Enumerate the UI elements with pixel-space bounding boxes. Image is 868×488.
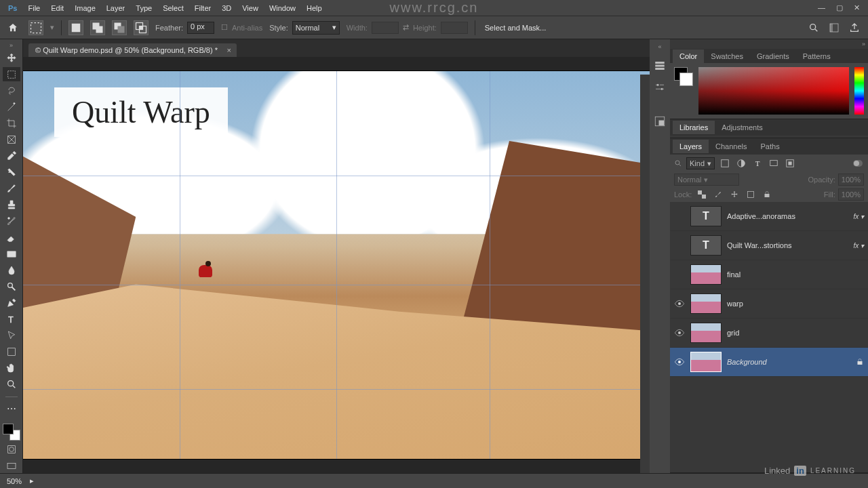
zoom-tool[interactable] — [3, 378, 20, 392]
tab-channels[interactable]: Channels — [709, 140, 753, 153]
layer-row[interactable]: T Quilt War...stortions fx ▾ — [670, 231, 868, 260]
canvas[interactable]: Quilt Warp — [23, 71, 650, 459]
menu-type[interactable]: Type — [130, 2, 157, 14]
pen-tool[interactable] — [3, 296, 20, 310]
menu-filter[interactable]: Filter — [189, 2, 216, 14]
menu-edit[interactable]: Edit — [45, 2, 69, 14]
tab-gradients[interactable]: Gradients — [750, 49, 796, 63]
shape-tool[interactable] — [3, 345, 20, 359]
lasso-tool[interactable] — [3, 83, 20, 98]
visibility-icon[interactable] — [674, 269, 685, 280]
type-tool[interactable]: T — [3, 312, 20, 327]
vertical-scrollbar[interactable] — [640, 75, 650, 473]
visibility-icon[interactable] — [674, 327, 685, 338]
close-tab-icon[interactable]: × — [226, 46, 231, 54]
collapse-icon[interactable]: » — [862, 41, 865, 47]
filter-pixel-icon[interactable] — [719, 157, 731, 169]
feather-input[interactable]: 0 px — [187, 22, 214, 34]
hand-tool[interactable] — [3, 361, 20, 375]
filter-smart-icon[interactable] — [784, 157, 796, 169]
color-foreground-background[interactable] — [674, 67, 693, 86]
path-select-tool[interactable] — [3, 329, 20, 343]
select-and-mask-button[interactable]: Select and Mask... — [482, 24, 547, 32]
menu-3d[interactable]: 3D — [216, 2, 237, 14]
tab-layers[interactable]: Layers — [673, 140, 709, 153]
crop-tool[interactable] — [3, 116, 20, 130]
tab-color[interactable]: Color — [673, 49, 704, 63]
wand-tool[interactable] — [3, 100, 20, 114]
history-panel-icon[interactable] — [654, 60, 666, 72]
frame-tool[interactable] — [3, 132, 20, 146]
lock-all-icon[interactable] — [761, 188, 773, 201]
blend-mode-select[interactable]: Normal▾ — [674, 174, 739, 186]
workspace-icon[interactable] — [829, 22, 840, 33]
fill-input[interactable]: 100% — [838, 188, 864, 201]
tab-adjustments[interactable]: Adjustments — [715, 121, 770, 134]
hue-slider[interactable] — [854, 67, 864, 115]
tab-patterns[interactable]: Patterns — [796, 49, 837, 63]
zoom-level[interactable]: 50% — [7, 477, 22, 485]
tab-swatches[interactable]: Swatches — [704, 49, 750, 63]
layer-row[interactable]: warp — [670, 289, 868, 319]
lock-pos-icon[interactable] — [728, 188, 741, 201]
share-icon[interactable] — [849, 22, 860, 33]
layer-row[interactable]: T Adaptive...anoramas fx ▾ — [670, 202, 868, 231]
edit-toolbar-icon[interactable]: ⋯ — [3, 402, 20, 416]
menu-select[interactable]: Select — [157, 2, 189, 14]
tab-libraries[interactable]: Libraries — [673, 121, 715, 134]
dodge-tool[interactable] — [3, 279, 20, 293]
fx-badge[interactable]: fx ▾ — [853, 213, 864, 220]
opacity-input[interactable]: 100% — [838, 174, 864, 186]
brush-tool[interactable] — [3, 182, 20, 196]
visibility-icon[interactable] — [674, 357, 685, 367]
menu-layer[interactable]: Layer — [101, 2, 131, 14]
layer-row[interactable]: final — [670, 260, 868, 289]
selection-new-icon[interactable] — [68, 20, 83, 35]
selection-subtract-icon[interactable] — [112, 20, 127, 35]
gradient-tool[interactable] — [3, 247, 20, 261]
selection-add-icon[interactable] — [90, 20, 105, 35]
move-tool[interactable] — [3, 51, 20, 65]
color-swatch[interactable] — [3, 424, 20, 441]
menu-view[interactable]: View — [237, 2, 264, 14]
home-button[interactable] — [4, 20, 22, 35]
quickmask-icon[interactable] — [3, 443, 20, 457]
lock-trans-icon[interactable] — [696, 188, 708, 201]
layer-row[interactable]: grid — [670, 319, 868, 348]
blur-tool[interactable] — [3, 263, 20, 277]
menu-window[interactable]: Window — [264, 2, 301, 14]
lock-paint-icon[interactable] — [712, 188, 724, 201]
maximize-icon[interactable]: ▢ — [836, 3, 843, 12]
style-select[interactable]: Normal▾ — [292, 21, 340, 35]
dock-expand-icon[interactable]: « — [658, 43, 661, 50]
info-panel-icon[interactable] — [654, 115, 666, 127]
doc-info-toggle[interactable]: ▸ — [30, 476, 34, 485]
visibility-icon[interactable] — [674, 240, 685, 251]
layer-filter-select[interactable]: Kind▾ — [686, 157, 715, 169]
eraser-tool[interactable] — [3, 230, 20, 245]
filter-type-icon[interactable]: T — [751, 157, 764, 169]
layer-search-icon[interactable] — [674, 159, 682, 167]
properties-panel-icon[interactable] — [654, 81, 666, 94]
lock-nest-icon[interactable] — [745, 188, 757, 201]
close-icon[interactable]: ✕ — [854, 3, 860, 12]
filter-toggle[interactable] — [852, 157, 864, 169]
filter-shape-icon[interactable] — [768, 157, 780, 169]
selection-intersect-icon[interactable] — [134, 20, 149, 35]
heal-tool[interactable] — [3, 165, 20, 180]
filter-adjust-icon[interactable] — [735, 157, 747, 169]
menu-image[interactable]: Image — [69, 2, 101, 14]
layer-row[interactable]: Background — [670, 348, 868, 377]
eyedropper-tool[interactable] — [3, 149, 20, 163]
stamp-tool[interactable] — [3, 198, 20, 212]
document-tab[interactable]: © Quilt Warp demo.psd @ 50% (Background,… — [28, 43, 237, 57]
menu-help[interactable]: Help — [301, 2, 328, 14]
history-brush-tool[interactable] — [3, 214, 20, 228]
visibility-icon[interactable] — [674, 298, 685, 309]
fx-badge[interactable]: fx ▾ — [853, 242, 864, 249]
tab-paths[interactable]: Paths — [754, 140, 787, 153]
screenmode-icon[interactable] — [3, 459, 20, 473]
marquee-tool[interactable] — [3, 67, 20, 81]
menu-file[interactable]: File — [22, 2, 45, 14]
marquee-tool-icon[interactable] — [28, 20, 43, 35]
